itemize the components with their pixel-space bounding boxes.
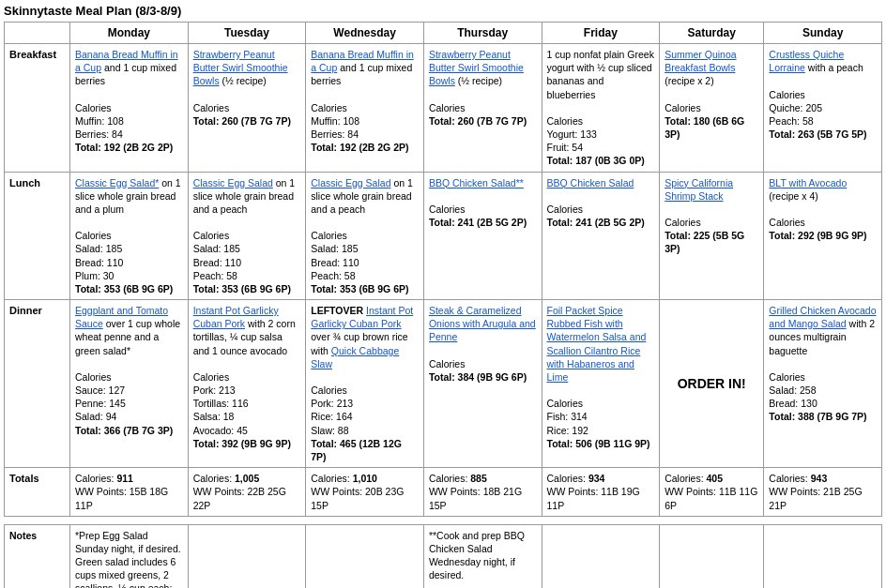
- notes-wednesday: [306, 524, 424, 588]
- lunch-label: Lunch: [5, 172, 70, 300]
- totals-sunday: Calories: 943WW Points: 21B 25G 21P: [764, 468, 882, 517]
- breakfast-saturday-text: (recipe x 2): [664, 75, 714, 86]
- dinner-wednesday-leftover: LEFTOVER: [311, 305, 366, 316]
- lunch-thursday: BBQ Chicken Salad** CaloriesTotal: 241 (…: [423, 172, 542, 300]
- page-title: Skinnytaste Meal Plan (8/3-8/9): [4, 4, 882, 18]
- breakfast-tuesday-text: (½ recipe): [220, 75, 267, 86]
- header-monday: Monday: [70, 23, 189, 44]
- dinner-monday-calories: CaloriesSauce: 127Penne: 145Salad: 94Tot…: [75, 371, 173, 436]
- dinner-saturday-order: ORDER IN!: [678, 376, 746, 391]
- lunch-saturday: Spicy California Shrimp Stack CaloriesTo…: [660, 172, 764, 300]
- dinner-friday-calories: CaloriesFish: 314Rice: 192Total: 506 (9B…: [547, 398, 650, 449]
- lunch-friday-calories: CaloriesTotal: 241 (2B 5G 2P): [547, 204, 645, 228]
- lunch-sunday-calories: CaloriesTotal: 292 (9B 9G 9P): [769, 217, 866, 241]
- totals-label: Totals: [5, 468, 70, 517]
- dinner-tuesday: Instant Pot Garlicky Cuban Pork with 2 c…: [188, 300, 306, 468]
- breakfast-row: Breakfast Banana Bread Muffin in a Cup a…: [5, 44, 882, 173]
- notes-row: Notes *Prep Egg Salad Sunday night, if d…: [5, 524, 882, 588]
- notes-tuesday: [188, 524, 306, 588]
- header-friday: Friday: [542, 23, 660, 44]
- breakfast-saturday-calories: CaloriesTotal: 180 (6B 6G 3P): [664, 102, 744, 140]
- breakfast-tuesday-calories: CaloriesTotal: 260 (7B 7G 7P): [193, 102, 291, 127]
- notes-sunday: [764, 524, 882, 588]
- notes-saturday: [660, 524, 764, 588]
- breakfast-saturday: Summer Quinoa Breakfast Bowls (recipe x …: [660, 44, 764, 173]
- gap-row: [5, 516, 882, 524]
- dinner-saturday: ORDER IN!: [660, 300, 764, 468]
- lunch-saturday-calories: CaloriesTotal: 225 (5B 5G 3P): [664, 217, 744, 254]
- totals-thursday: Calories: 885WW Points: 18B 21G 15P: [423, 468, 542, 517]
- dinner-wednesday: LEFTOVER Instant Pot Garlicky Cuban Pork…: [306, 300, 424, 468]
- dinner-monday: Eggplant and Tomato Sauce over 1 cup who…: [70, 300, 189, 468]
- dinner-friday-link[interactable]: Foil Packet Spice Rubbed Fish with Water…: [547, 305, 647, 383]
- breakfast-monday-calories: CaloriesMuffin: 108Berries: 84Total: 192…: [75, 102, 173, 154]
- breakfast-friday: 1 cup nonfat plain Greek yogurt with ½ c…: [542, 44, 660, 173]
- header-empty: [5, 23, 70, 44]
- lunch-saturday-link[interactable]: Spicy California Shrimp Stack: [664, 177, 733, 202]
- notes-thursday: **Cook and prep BBQ Chicken Salad Wednes…: [423, 524, 542, 588]
- lunch-tuesday-calories: CaloriesSalad: 185Bread: 110Peach: 58Tot…: [193, 230, 291, 294]
- header-sunday: Sunday: [764, 23, 882, 44]
- dinner-label: Dinner: [5, 300, 70, 468]
- lunch-wednesday-calories: CaloriesSalad: 185Bread: 110Peach: 58Tot…: [311, 230, 408, 294]
- header-row: Monday Tuesday Wednesday Thursday Friday…: [5, 23, 882, 44]
- dinner-wednesday-calories: CaloriesPork: 213Rice: 164Slaw: 88Total:…: [311, 384, 402, 462]
- totals-tuesday: Calories: 1,005WW Points: 22B 25G 22P: [188, 468, 306, 517]
- dinner-tuesday-calories: CaloriesPork: 213Tortillas: 116Salsa: 18…: [193, 371, 291, 449]
- breakfast-sunday-calories: CaloriesQuiche: 205Peach: 58Total: 263 (…: [769, 89, 866, 141]
- lunch-monday: Classic Egg Salad* on 1 slice whole grai…: [70, 172, 189, 300]
- dinner-thursday: Steak & Caramelized Onions with Arugula …: [423, 300, 542, 468]
- totals-saturday: Calories: 405WW Points: 11B 11G 6P: [660, 468, 764, 517]
- breakfast-thursday-text: (½ recipe): [455, 75, 502, 86]
- lunch-wednesday: Classic Egg Salad on 1 slice whole grain…: [306, 172, 424, 300]
- header-wednesday: Wednesday: [306, 23, 424, 44]
- lunch-monday-calories: CaloriesSalad: 185Bread: 110Plum: 30Tota…: [75, 230, 173, 294]
- lunch-sunday-link[interactable]: BLT with Avocado: [769, 177, 847, 188]
- header-saturday: Saturday: [660, 23, 764, 44]
- breakfast-label: Breakfast: [5, 44, 70, 173]
- page: Skinnytaste Meal Plan (8/3-8/9) Monday T…: [0, 0, 886, 588]
- lunch-friday-link[interactable]: BBQ Chicken Salad: [547, 177, 634, 188]
- lunch-tuesday: Classic Egg Salad on 1 slice whole grain…: [188, 172, 306, 300]
- breakfast-thursday-calories: CaloriesTotal: 260 (7B 7G 7P): [429, 102, 527, 127]
- breakfast-wednesday: Banana Bread Muffin in a Cup and 1 cup m…: [306, 44, 424, 173]
- dinner-thursday-calories: CaloriesTotal: 384 (9B 9G 6P): [429, 358, 527, 383]
- breakfast-friday-text: 1 cup nonfat plain Greek yogurt with ½ c…: [547, 49, 654, 100]
- dinner-thursday-link[interactable]: Steak & Caramelized Onions with Arugula …: [429, 305, 536, 342]
- lunch-row: Lunch Classic Egg Salad* on 1 slice whol…: [5, 172, 882, 300]
- breakfast-tuesday: Strawberry Peanut Butter Swirl Smoothie …: [188, 44, 306, 173]
- breakfast-thursday: Strawberry Peanut Butter Swirl Smoothie …: [423, 44, 542, 173]
- dinner-sunday-calories: CaloriesSalad: 258Bread: 130Total: 388 (…: [769, 371, 866, 423]
- lunch-sunday-text: (recipe x 4): [769, 190, 818, 202]
- breakfast-sunday: Crustless Quiche Lorraine with a peach C…: [764, 44, 882, 173]
- breakfast-monday: Banana Bread Muffin in a Cup and 1 cup m…: [70, 44, 189, 173]
- dinner-sunday: Grilled Chicken Avocado and Mango Salad …: [764, 300, 882, 468]
- header-tuesday: Tuesday: [188, 23, 306, 44]
- lunch-monday-link[interactable]: Classic Egg Salad*: [75, 177, 159, 188]
- breakfast-friday-calories: CaloriesYogurt: 133Fruit: 54Total: 187 (…: [547, 115, 645, 167]
- dinner-friday: Foil Packet Spice Rubbed Fish with Water…: [542, 300, 660, 468]
- meal-plan-table: Monday Tuesday Wednesday Thursday Friday…: [4, 22, 882, 588]
- notes-friday: [542, 524, 660, 588]
- totals-row: Totals Calories: 911WW Points: 15B 18G 1…: [5, 468, 882, 517]
- totals-monday: Calories: 911WW Points: 15B 18G 11P: [70, 468, 189, 517]
- breakfast-saturday-link[interactable]: Summer Quinoa Breakfast Bowls: [664, 49, 736, 73]
- dinner-row: Dinner Eggplant and Tomato Sauce over 1 …: [5, 300, 882, 468]
- header-thursday: Thursday: [423, 23, 542, 44]
- lunch-tuesday-link[interactable]: Classic Egg Salad: [193, 177, 273, 188]
- notes-monday: *Prep Egg Salad Sunday night, if desired…: [70, 524, 189, 588]
- lunch-sunday: BLT with Avocado (recipe x 4) CaloriesTo…: [764, 172, 882, 300]
- lunch-friday: BBQ Chicken Salad CaloriesTotal: 241 (2B…: [542, 172, 660, 300]
- totals-friday: Calories: 934WW Points: 11B 19G 11P: [542, 468, 660, 517]
- notes-label: Notes: [5, 524, 70, 588]
- lunch-wednesday-link[interactable]: Classic Egg Salad: [311, 177, 390, 188]
- lunch-thursday-link[interactable]: BBQ Chicken Salad**: [429, 177, 524, 188]
- lunch-thursday-calories: CaloriesTotal: 241 (2B 5G 2P): [429, 204, 527, 228]
- breakfast-sunday-text: with a peach: [805, 62, 863, 73]
- totals-wednesday: Calories: 1,010WW Points: 20B 23G 15P: [306, 468, 424, 517]
- breakfast-wednesday-calories: CaloriesMuffin: 108Berries: 84Total: 192…: [311, 102, 408, 154]
